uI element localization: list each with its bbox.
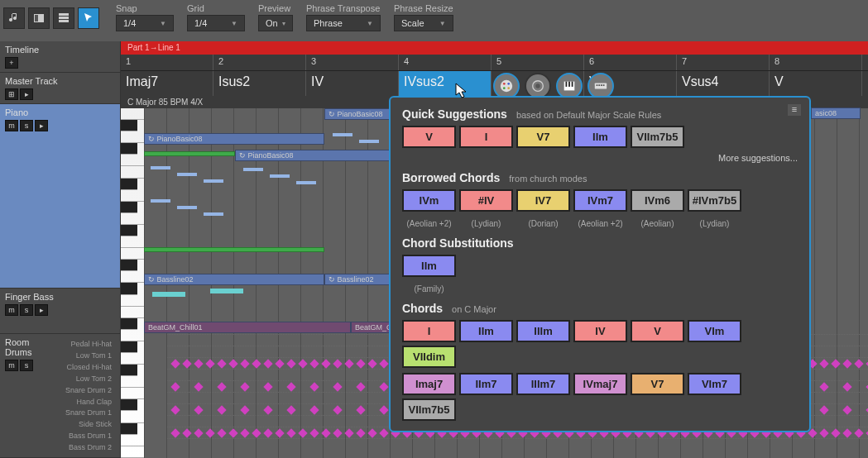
mute-button[interactable]: m	[5, 360, 18, 371]
chevron-down-icon: ▾	[282, 20, 285, 27]
cursor-icon	[82, 12, 95, 25]
chord-button[interactable]: IVm7	[573, 189, 627, 212]
pointer-tool-button[interactable]	[78, 7, 99, 29]
preview-dropdown[interactable]: On▾	[258, 15, 293, 31]
drum-lane-label: Bass Drum 2	[58, 442, 115, 454]
chord-button[interactable]: V7	[516, 126, 570, 148]
chord-mode-note: (Family)	[402, 284, 456, 293]
bass-track[interactable]: Finger Bass m s ▸	[0, 289, 120, 334]
ruler-bar-5[interactable]: 5	[492, 55, 584, 70]
drum-lane-label: Snare Drum 2	[58, 385, 115, 397]
music-note-icon	[7, 12, 21, 25]
mute-button[interactable]: m	[5, 120, 18, 131]
ruler-bar-1[interactable]: 1	[121, 55, 213, 70]
chord-button[interactable]: IIm	[402, 255, 456, 277]
svg-point-5	[501, 80, 512, 92]
chord-cell[interactable]: IV	[306, 71, 399, 96]
quick-suggestions-title: Quick Suggestions	[402, 107, 507, 121]
phrase-resize-label: Phrase Resize	[394, 3, 453, 13]
bar-ruler[interactable]: 12345678	[121, 55, 868, 71]
chord-cell[interactable]: Imaj7	[121, 71, 213, 96]
chevron-down-icon: ▼	[439, 20, 446, 27]
chord-mode-note: (Aeolian +2)	[573, 219, 627, 228]
master-keys-button[interactable]: ⊞	[5, 88, 18, 100]
chord-button[interactable]: V	[631, 320, 684, 342]
chord-button[interactable]: I	[459, 126, 513, 148]
chord-button[interactable]: VIm7	[688, 373, 741, 395]
solo-button[interactable]: s	[20, 360, 33, 371]
expand-button[interactable]: ▸	[35, 304, 48, 316]
chord-cell[interactable]: Isus2	[213, 71, 306, 96]
svg-rect-15	[572, 82, 573, 87]
chord-button[interactable]: IVm	[402, 189, 456, 212]
solo-button[interactable]: s	[20, 120, 33, 131]
ruler-bar-6[interactable]: 6	[584, 55, 677, 70]
chord-cell[interactable]: V	[770, 71, 862, 96]
chords-title: Chords	[402, 302, 443, 315]
panel-icon	[32, 12, 46, 25]
chord-button[interactable]: VIm	[688, 320, 741, 342]
piano-track-label: Piano	[5, 107, 115, 117]
chord-button[interactable]: VIIdim	[402, 346, 456, 368]
chord-button[interactable]: IIIm	[516, 320, 570, 342]
drum-lane-labels: Pedal Hi-hatLow Tom 1Closed Hi-hatLow To…	[58, 337, 115, 454]
piano-clip[interactable]: ↻ PianoBasic08	[144, 133, 324, 145]
chord-button[interactable]: IIIm7	[516, 373, 570, 395]
phrase-transpose-dropdown[interactable]: Phrase▼	[306, 15, 381, 31]
ruler-bar-3[interactable]: 3	[306, 55, 399, 70]
svg-rect-2	[59, 13, 69, 16]
ruler-bar-8[interactable]: 8	[770, 55, 862, 70]
drums-track[interactable]: Room Drums m s Pedal Hi-hatLow Tom 1Clos…	[0, 334, 120, 458]
chord-button[interactable]: V	[402, 126, 456, 148]
add-timeline-button[interactable]: +	[5, 57, 18, 69]
chord-cell[interactable]: IVsus2	[399, 71, 492, 96]
chord-cell[interactable]: Vsus4	[677, 71, 770, 96]
chord-button[interactable]: VIIm7b5	[402, 398, 456, 421]
automation-clip[interactable]	[144, 247, 324, 252]
piano-keyboard[interactable]	[121, 108, 144, 458]
part-marker[interactable]: Part 1→Line 1	[121, 41, 868, 55]
drums-clip[interactable]: BeatGM_Chill01	[144, 322, 351, 333]
chevron-down-icon: ▼	[231, 20, 237, 27]
mouse-cursor	[455, 83, 468, 103]
drum-lane-label: Closed Hi-hat	[58, 362, 115, 374]
chord-button[interactable]: V7	[631, 373, 684, 395]
chord-button[interactable]: VIIm7b5	[631, 126, 684, 148]
chord-button[interactable]: #IVm7b5	[688, 189, 741, 212]
stack-button[interactable]	[53, 7, 74, 29]
automation-clip[interactable]	[144, 151, 235, 156]
chord-button[interactable]: IV7	[516, 189, 570, 212]
expand-button[interactable]: ▸	[35, 120, 48, 131]
chord-button[interactable]: IIm	[459, 320, 513, 342]
borrowed-chords-subtitle: from church modes	[509, 174, 587, 184]
chord-button[interactable]: IVmaj7	[573, 373, 627, 395]
panel-button[interactable]	[28, 7, 50, 29]
grid-dropdown[interactable]: 1/4▼	[187, 15, 245, 31]
solo-button[interactable]: s	[20, 304, 33, 316]
chord-button[interactable]: IVm6	[631, 189, 684, 212]
ruler-bar-7[interactable]: 7	[677, 55, 770, 70]
chord-button[interactable]: Imaj7	[402, 373, 456, 395]
chord-button[interactable]: IV	[573, 320, 627, 342]
chords-subtitle: on C Major	[452, 304, 496, 314]
preview-control: Preview On▾	[258, 3, 293, 31]
snap-dropdown[interactable]: 1/4▼	[116, 15, 174, 31]
master-expand-button[interactable]: ▸	[20, 88, 33, 100]
chord-button[interactable]: #IV	[459, 189, 513, 212]
more-suggestions-link[interactable]: More suggestions...	[402, 153, 798, 163]
chord-suggestions-popup: ≡ Quick Suggestions based on Default Maj…	[389, 96, 811, 432]
preview-label: Preview	[258, 3, 293, 13]
music-library-button[interactable]	[3, 7, 25, 29]
globe-icon	[530, 79, 545, 93]
phrase-resize-dropdown[interactable]: Scale▼	[394, 15, 453, 31]
ruler-bar-4[interactable]: 4	[399, 55, 492, 70]
ruler-bar-2[interactable]: 2	[213, 55, 306, 70]
piano-clip-peek[interactable]: asic08	[811, 107, 861, 119]
chord-button[interactable]: IIm7	[459, 373, 513, 395]
chord-button[interactable]: I	[402, 320, 456, 342]
popup-menu-button[interactable]: ≡	[788, 104, 801, 116]
bass-clip[interactable]: ↻ Bassline02	[144, 274, 324, 285]
chord-button[interactable]: IIm	[573, 126, 627, 148]
piano-track[interactable]: Piano m s ▸	[0, 104, 120, 289]
mute-button[interactable]: m	[5, 304, 18, 316]
